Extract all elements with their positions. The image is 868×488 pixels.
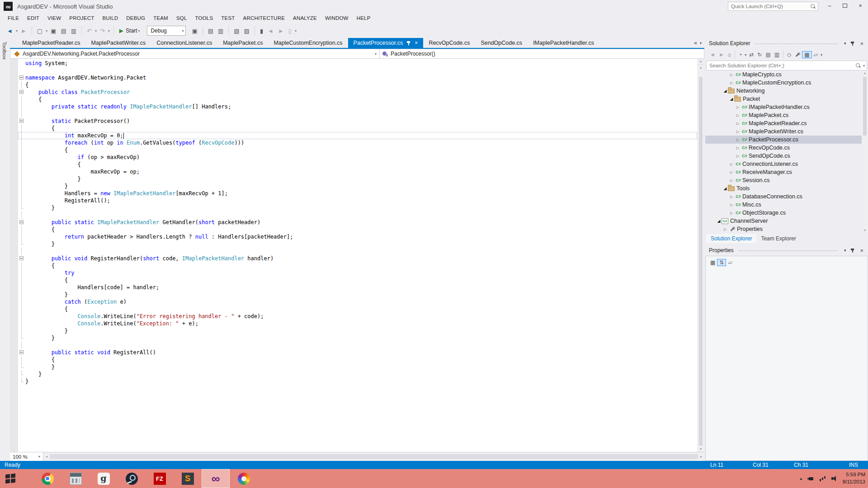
close-button[interactable]: × <box>853 0 868 11</box>
start-debug-button[interactable]: ▶ Start ▾ <box>119 28 141 34</box>
code-line[interactable]: Console.WriteLine("Exception: " + e); <box>18 320 697 327</box>
close-icon[interactable]: × <box>857 40 866 47</box>
tree-item-channelserver[interactable]: ◢C#ChannelServer <box>705 217 868 225</box>
redo-dropdown-icon[interactable]: ▾ <box>107 29 111 33</box>
line-indent-icon[interactable]: ▤ <box>206 28 216 34</box>
tree-item-networking[interactable]: ◢Networking <box>705 87 868 95</box>
show-all-descendants-icon[interactable]: ▥ <box>773 52 781 58</box>
code-line[interactable]: } <box>18 327 697 334</box>
collapsed-arrow-icon[interactable]: ▷ <box>735 138 741 142</box>
editor-zoom-control[interactable]: 100 % ▾ <box>10 452 43 461</box>
code-line[interactable]: foreach (int op in Enum.GetValues(typeof… <box>18 139 697 146</box>
steam-taskbar-button[interactable] <box>118 469 146 488</box>
menu-edit[interactable]: EDIT <box>23 14 43 23</box>
code-line[interactable]: { <box>18 277 697 284</box>
tree-item-packet[interactable]: ◢Packet <box>705 95 868 103</box>
menu-sql[interactable]: SQL <box>172 14 191 23</box>
fold-collapse-box[interactable] <box>18 117 25 125</box>
scroll-up-icon[interactable]: ▲ <box>862 70 868 76</box>
chrome-taskbar-button[interactable] <box>33 469 61 488</box>
tree-item-maplepacketwriter-cs[interactable]: ▷C#MaplePacketWriter.cs <box>705 127 868 136</box>
quick-launch-input[interactable] <box>728 4 810 9</box>
maximize-button[interactable] <box>837 0 853 11</box>
scroll-right-icon[interactable]: ► <box>698 452 704 461</box>
tree-item-tools[interactable]: ◢Tools <box>705 184 868 192</box>
tab-packetprocessor-cs[interactable]: PacketProcessor.cs× <box>348 38 424 48</box>
code-area[interactable]: using System;namespace AsgardDEV.Network… <box>18 60 697 385</box>
wrench-icon[interactable] <box>795 52 800 57</box>
expanded-arrow-icon[interactable]: ◢ <box>716 219 722 223</box>
toolbox-tab[interactable]: Toolbox <box>0 42 10 96</box>
code-line[interactable]: { <box>18 161 697 168</box>
code-line[interactable] <box>18 110 697 117</box>
close-icon[interactable]: × <box>857 247 866 254</box>
toolbar-options-dropdown-icon[interactable]: ▾ <box>294 29 297 33</box>
code-line[interactable]: } <box>18 363 697 371</box>
menu-test[interactable]: TEST <box>217 14 239 23</box>
code-line[interactable]: RegisterAll(); <box>18 197 697 204</box>
tab-maplepacket-cs[interactable]: MaplePacket.cs <box>217 38 268 48</box>
editor-horizontal-scrollbar[interactable]: ◄ ► <box>43 452 704 461</box>
menu-build[interactable]: BUILD <box>98 14 122 23</box>
code-line[interactable]: { <box>18 356 697 363</box>
code-line[interactable]: private static readonly IMaplePacketHand… <box>18 103 697 110</box>
save-icon[interactable]: ▤ <box>58 28 68 34</box>
code-line[interactable]: maxRecvOp = op; <box>18 168 697 175</box>
code-line[interactable]: } <box>18 378 697 385</box>
menu-architecture[interactable]: ARCHITECTURE <box>239 14 289 23</box>
code-line[interactable]: static PacketProcessor() <box>18 117 697 125</box>
scroll-down-icon[interactable]: ▼ <box>862 228 868 233</box>
properties-title-bar[interactable]: Properties ▾ × <box>705 245 868 256</box>
navigate-backward-dropdown-icon[interactable]: ▾ <box>15 29 19 33</box>
member-dropdown[interactable]: PacketProcessor() <box>379 49 704 58</box>
collapse-all-icon[interactable]: ▤ <box>764 52 772 58</box>
menu-file[interactable]: FILE <box>4 14 23 23</box>
window-position-dropdown-icon[interactable]: ▾ <box>842 248 849 253</box>
code-line[interactable]: public static IMaplePacketHandler GetHan… <box>18 219 697 226</box>
tree-item-imaplepackethandler-cs[interactable]: ▷C#IMaplePacketHandler.cs <box>705 103 868 111</box>
expanded-arrow-icon[interactable]: ◢ <box>722 89 728 93</box>
categorized-icon[interactable]: ▦ <box>708 259 717 266</box>
fold-collapse-box[interactable] <box>18 89 25 96</box>
scrollbar-thumb[interactable] <box>50 454 698 459</box>
tree-item-maplecrypto-cs[interactable]: ▷C#MapleCrypto.cs <box>705 70 868 79</box>
collapsed-arrow-icon[interactable]: ▷ <box>729 162 734 166</box>
back-icon[interactable]: ◄ <box>708 52 717 58</box>
refresh-icon[interactable]: ↻ <box>755 52 764 58</box>
code-line[interactable]: using System; <box>18 60 697 67</box>
tree-item-databaseconnection-cs[interactable]: ▷C#DatabaseConnection.cs <box>705 192 868 201</box>
editor-vertical-scrollbar[interactable]: ÷ ▲ ▼ <box>697 59 704 452</box>
tree-item-connectionlistener-cs[interactable]: ▷C#ConnectionListener.cs <box>705 160 868 168</box>
show-all-files-icon[interactable]: ▦ <box>802 51 811 58</box>
code-line[interactable]: { <box>18 305 697 313</box>
tree-item-objectstorage-cs[interactable]: ▷C#ObjectStorage.cs <box>705 209 868 217</box>
tree-item-packetprocessor-cs[interactable]: ▷C#PacketProcessor.cs <box>705 136 868 144</box>
tool-tab-solution-explorer[interactable]: Solution Explorer <box>706 234 756 243</box>
tab-overflow-caret-icon[interactable]: ▾ <box>700 41 702 45</box>
start-button[interactable] <box>0 469 21 488</box>
tab-overflow-chevron-icon[interactable]: « <box>694 40 697 46</box>
collapsed-arrow-icon[interactable]: ▷ <box>729 178 734 183</box>
tab-maplecustomencryption-cs[interactable]: MapleCustomEncryption.cs <box>268 38 348 48</box>
collapsed-arrow-icon[interactable]: ▷ <box>735 105 741 109</box>
tab-connectionlistener-cs[interactable]: ConnectionListener.cs <box>151 38 217 48</box>
collapsed-arrow-icon[interactable]: ▷ <box>735 113 741 117</box>
filter-dropdown-icon[interactable]: ▾ <box>744 53 747 57</box>
menu-analyze[interactable]: ANALYZE <box>289 14 321 23</box>
scroll-left-icon[interactable]: ◄ <box>43 452 50 461</box>
code-line[interactable]: { <box>18 81 697 89</box>
code-line[interactable]: { <box>18 125 697 132</box>
tree-item-misc-cs[interactable]: ▷C#Misc.cs <box>705 201 868 209</box>
paint-palette-taskbar-button[interactable] <box>230 469 258 488</box>
pin-icon[interactable] <box>850 41 855 46</box>
toolbar-dropdown-icon[interactable]: ▾ <box>820 53 823 57</box>
code-line[interactable]: public static void RegisterAll() <box>18 349 697 356</box>
show-hidden-icons-button[interactable]: ▲ <box>799 477 803 481</box>
code-line[interactable]: public void RegisterHandler(short code, … <box>18 255 697 262</box>
code-line[interactable]: int maxRecvOp = 0; <box>18 132 697 139</box>
navigate-backward-icon[interactable]: ◄ <box>5 28 15 34</box>
uncomment-selection-icon[interactable]: ▨ <box>242 28 252 34</box>
view-class-diagram-icon[interactable]: ▱ <box>812 52 820 58</box>
property-pages-icon[interactable]: ▱ <box>726 259 734 266</box>
tree-item-sendopcode-cs[interactable]: ▷C#SendOpCode.cs <box>705 152 868 160</box>
